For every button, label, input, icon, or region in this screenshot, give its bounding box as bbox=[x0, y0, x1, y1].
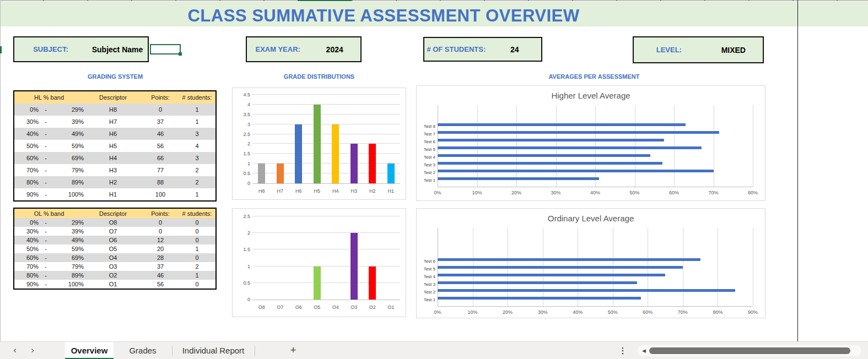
table-cell: O3 bbox=[84, 263, 142, 270]
ol-distribution-chart[interactable]: 00.511.522.5O8O7O6O5O4O3O2O1 bbox=[232, 208, 406, 317]
hl-distribution-chart[interactable]: 00.511.522.533.544.5H8H7H6H5H4H3H2H1 bbox=[232, 88, 406, 200]
bar-row: Test 7 bbox=[438, 131, 753, 137]
gridline bbox=[252, 114, 400, 115]
bar-test-6 bbox=[438, 139, 664, 142]
add-sheet-button[interactable]: + bbox=[284, 342, 302, 359]
x-axis-tick-label: 30% bbox=[535, 309, 551, 315]
x-axis-tick-label: O7 bbox=[271, 304, 290, 310]
bar-h1 bbox=[387, 164, 395, 183]
category-label: Test 8 bbox=[416, 123, 435, 129]
x-axis-tick-label: 70% bbox=[705, 190, 722, 195]
gridline bbox=[252, 124, 400, 124]
table-cell: 60% bbox=[14, 155, 39, 161]
table-cell: - bbox=[39, 263, 53, 270]
gridline bbox=[753, 105, 753, 187]
table-cell: 37 bbox=[142, 263, 179, 270]
tab-separator bbox=[255, 346, 255, 356]
ol-grading-table[interactable]: OL % bandDescriptorPoints:# students:0%-… bbox=[13, 208, 217, 290]
table-cell: - bbox=[39, 167, 53, 173]
column-header-cell: Points: bbox=[142, 210, 179, 217]
table-cell: O4 bbox=[84, 254, 142, 261]
sheet-nav-right-icon[interactable]: › bbox=[24, 342, 41, 359]
bar-test-8 bbox=[438, 123, 686, 126]
x-axis-tick-label: 10% bbox=[469, 190, 486, 195]
gridline bbox=[252, 282, 400, 283]
table-cell: 69% bbox=[53, 155, 84, 161]
horizontal-scrollbar[interactable]: ◀ bbox=[638, 345, 861, 356]
table-cell: - bbox=[39, 106, 53, 113]
gridline bbox=[252, 249, 400, 249]
scroll-left-icon[interactable]: ◀ bbox=[642, 348, 646, 353]
tab-overview[interactable]: Overview bbox=[65, 342, 114, 359]
x-axis-tick-label: H7 bbox=[271, 188, 290, 194]
table-cell: - bbox=[39, 281, 53, 287]
chart-title: Higher Level Average bbox=[417, 91, 765, 100]
category-label: Test 6 bbox=[416, 139, 435, 145]
table-cell: 0 bbox=[179, 281, 215, 287]
bar-row: Test 6 bbox=[438, 258, 753, 264]
exam-year-box[interactable]: EXAM YEAR: 2024 bbox=[246, 36, 362, 62]
table-cell: - bbox=[39, 118, 53, 125]
gridline bbox=[252, 153, 400, 154]
bar-row: Test 2 bbox=[438, 170, 753, 176]
exam-year-label: EXAM YEAR: bbox=[247, 45, 309, 53]
table-cell: 69% bbox=[53, 254, 84, 261]
scrollbar-thumb[interactable] bbox=[649, 347, 850, 354]
bar-h2 bbox=[369, 144, 376, 183]
x-axis-tick-label: 40% bbox=[569, 309, 586, 315]
table-row: 70%-79%H3772 bbox=[14, 164, 215, 176]
table-cell: H7 bbox=[84, 118, 142, 125]
selected-cell[interactable] bbox=[150, 44, 181, 55]
category-label: Test 1 bbox=[416, 297, 435, 303]
table-cell: - bbox=[39, 219, 53, 226]
table-cell: 66 bbox=[142, 155, 179, 161]
level-box[interactable]: LEVEL: MIXED bbox=[633, 36, 764, 63]
tab-individual-report[interactable]: Individual Report bbox=[172, 342, 255, 359]
table-row: 0%-29%O800 bbox=[14, 218, 215, 227]
table-cell: 12 bbox=[142, 237, 179, 243]
page-break-line bbox=[797, 0, 798, 341]
tab-grades[interactable]: Grades bbox=[114, 342, 172, 359]
table-cell: 49% bbox=[53, 130, 84, 137]
y-axis-tick-label: 2.5 bbox=[234, 131, 250, 138]
table-cell: - bbox=[39, 191, 53, 198]
bar-row: Test 5 bbox=[438, 146, 753, 153]
table-cell: - bbox=[39, 237, 53, 243]
table-cell: - bbox=[39, 143, 53, 149]
more-options-icon[interactable]: ⋮ bbox=[618, 344, 627, 357]
subject-value: Subject Name bbox=[87, 45, 148, 54]
band-header-cell: OL % band bbox=[14, 210, 84, 217]
table-cell: 80% bbox=[14, 179, 39, 186]
table-row: 40%-49%H6463 bbox=[14, 128, 215, 140]
x-axis-tick-label: O4 bbox=[326, 304, 345, 310]
bar-row: Test 5 bbox=[438, 266, 753, 272]
table-cell: 0 bbox=[142, 219, 179, 226]
table-cell: O1 bbox=[84, 281, 142, 287]
grade-distributions-heading: GRADE DISTRIBUTIONS bbox=[232, 73, 406, 80]
hl-grading-table[interactable]: HL % bandDescriptorPoints:# students:0%-… bbox=[13, 90, 217, 202]
bar-h6 bbox=[295, 124, 302, 183]
subject-box[interactable]: SUBJECT: Subject Name bbox=[13, 36, 149, 62]
gridline bbox=[252, 163, 400, 164]
level-value: MIXED bbox=[704, 46, 763, 55]
table-row: 50%-59%O5201 bbox=[14, 244, 215, 253]
table-row: 50%-59%H5564 bbox=[14, 140, 215, 152]
table-cell: 29% bbox=[53, 106, 84, 113]
table-cell: 40% bbox=[14, 130, 39, 137]
bar-test-2 bbox=[438, 289, 735, 292]
bar-h7 bbox=[277, 164, 284, 183]
category-label: Test 5 bbox=[416, 146, 435, 153]
ordinary-level-average-chart[interactable]: Ordinary Level Average 0%10%20%30%40%50%… bbox=[416, 208, 765, 318]
y-axis-tick-label: 0.5 bbox=[234, 170, 250, 177]
table-row: 40%-49%O6120 bbox=[14, 236, 215, 244]
cell-fill-handle[interactable] bbox=[179, 52, 182, 56]
x-axis-tick-label: 20% bbox=[508, 190, 525, 195]
gridline bbox=[252, 232, 400, 233]
x-axis-tick-label: 80% bbox=[745, 190, 761, 195]
students-box[interactable]: # OF STUDENTS: 24 bbox=[423, 37, 542, 62]
sheet-nav-left-icon[interactable]: ‹ bbox=[7, 342, 23, 359]
table-cell: H4 bbox=[84, 155, 142, 161]
gridline bbox=[252, 173, 400, 173]
higher-level-average-chart[interactable]: Higher Level Average 0%10%20%30%40%50%60… bbox=[416, 85, 765, 201]
table-cell: 0 bbox=[179, 254, 215, 261]
